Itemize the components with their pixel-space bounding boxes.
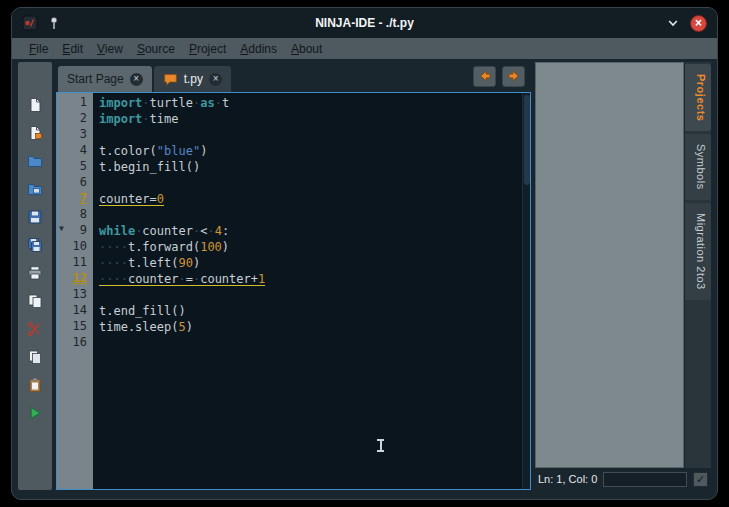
close-tab-icon[interactable]: ×	[209, 73, 222, 86]
tab-start-page[interactable]: Start Page×	[58, 66, 152, 92]
code-line[interactable]	[99, 175, 522, 191]
code-line[interactable]	[99, 127, 522, 143]
line-number[interactable]: 6	[57, 175, 93, 191]
line-number[interactable]: 16	[57, 335, 93, 351]
code-line[interactable]: ····counter·=·counter+1	[99, 271, 522, 287]
app-window: NINJA-IDE - ./t.py × FileEditViewSourceP…	[11, 7, 718, 500]
code-line[interactable]: counter=0	[99, 191, 522, 207]
paste-icon	[27, 377, 43, 393]
run-project-button[interactable]	[23, 402, 47, 424]
pin-icon[interactable]	[46, 15, 62, 31]
line-number[interactable]: 7	[57, 191, 93, 207]
menu-view[interactable]: View	[90, 40, 130, 58]
statusbar: Ln: 1, Col: 0 ✓	[535, 468, 711, 490]
menu-about[interactable]: About	[284, 40, 329, 58]
tab-nav	[473, 66, 529, 87]
message-icon	[163, 72, 178, 87]
menu-edit[interactable]: Edit	[55, 40, 90, 58]
goto-line-input[interactable]	[603, 472, 687, 487]
right-column: ProjectsSymbolsMigration 2to3 Ln: 1, Col…	[535, 62, 711, 490]
fold-arrow-icon[interactable]: ▼	[59, 224, 64, 233]
code-line[interactable]: import·turtle·as·t	[99, 95, 522, 111]
code-line[interactable]: t.begin_fill()	[99, 159, 522, 175]
copy-button[interactable]	[23, 346, 47, 368]
side-tab-projects[interactable]: Projects	[685, 64, 711, 131]
tab-label: t.py	[184, 72, 203, 86]
save-project-button[interactable]	[23, 234, 47, 256]
paste-button[interactable]	[23, 374, 47, 396]
line-number[interactable]: ▼9	[57, 223, 93, 239]
panel-toggle-checkbox[interactable]: ✓	[693, 472, 708, 487]
tab-bar: Start Page×t.py×	[56, 62, 531, 92]
code-line[interactable]	[99, 207, 522, 223]
titlebar[interactable]: NINJA-IDE - ./t.py ×	[12, 8, 717, 38]
line-number[interactable]: 4	[57, 143, 93, 159]
code-editor[interactable]: 12345678▼910111213141516 import·turtle·a…	[56, 92, 531, 490]
tab-list: Start Page×t.py×	[58, 66, 233, 92]
code-line[interactable]: while·counter·<·4:	[99, 223, 522, 239]
save-project-icon	[27, 237, 43, 253]
line-number[interactable]: 12	[57, 271, 93, 287]
menu-source[interactable]: Source	[130, 40, 182, 58]
cut-icon	[27, 321, 43, 337]
copy-icon	[27, 349, 43, 365]
code-area[interactable]: import·turtle·as·timport·timet.color("bl…	[93, 93, 522, 489]
line-number[interactable]: 2	[57, 111, 93, 127]
menu-project[interactable]: Project	[182, 40, 233, 58]
save-file-icon	[27, 209, 43, 225]
scrollbar-thumb[interactable]	[524, 95, 530, 185]
navigate-forward-button[interactable]	[502, 66, 525, 87]
code-line[interactable]: t.end_fill()	[99, 303, 522, 319]
code-line[interactable]: import·time	[99, 111, 522, 127]
line-number[interactable]: 3	[57, 127, 93, 143]
side-tab-migration-2to3[interactable]: Migration 2to3	[685, 203, 711, 300]
side-tab-strip: ProjectsSymbolsMigration 2to3	[685, 62, 711, 468]
open-file-icon	[27, 153, 43, 169]
line-number[interactable]: 13	[57, 287, 93, 303]
new-file-icon	[27, 97, 43, 113]
menu-file[interactable]: File	[22, 40, 55, 58]
side-tab-symbols[interactable]: Symbols	[685, 134, 711, 200]
menubar: FileEditViewSourceProjectAddinsAbout	[12, 38, 717, 59]
code-line[interactable]: ····t.forward(100)	[99, 239, 522, 255]
menu-addins[interactable]: Addins	[233, 40, 284, 58]
line-number[interactable]: 5	[57, 159, 93, 175]
window-body: Start Page×t.py× 12345678▼91011121314151…	[12, 59, 717, 499]
chevron-down-icon	[665, 15, 681, 31]
line-number[interactable]: 11	[57, 255, 93, 271]
mouse-text-cursor	[377, 439, 384, 452]
close-button[interactable]: ×	[690, 15, 707, 32]
print-file-button[interactable]	[23, 262, 47, 284]
open-project-button[interactable]	[23, 178, 47, 200]
new-file-button[interactable]	[23, 94, 47, 116]
open-project-icon	[27, 181, 43, 197]
cut-button[interactable]	[23, 318, 47, 340]
editor-scrollbar[interactable]	[522, 93, 530, 489]
code-line[interactable]	[99, 287, 522, 303]
navigate-back-button[interactable]	[473, 66, 496, 87]
line-number[interactable]: 1	[57, 95, 93, 111]
code-line[interactable]	[99, 335, 522, 351]
projects-panel[interactable]	[535, 62, 684, 468]
save-file-button[interactable]	[23, 206, 47, 228]
check-icon: ✓	[696, 474, 705, 485]
app-icon	[22, 15, 38, 31]
tab-t.py[interactable]: t.py×	[154, 66, 231, 92]
forward-arrow-icon	[506, 68, 522, 84]
new-project-icon	[27, 125, 43, 141]
line-number[interactable]: 14	[57, 303, 93, 319]
line-number[interactable]: 10	[57, 239, 93, 255]
toolbar	[18, 62, 52, 490]
line-number[interactable]: 15	[57, 319, 93, 335]
code-line[interactable]: t.color("blue")	[99, 143, 522, 159]
line-number[interactable]: 8	[57, 207, 93, 223]
open-file-button[interactable]	[23, 150, 47, 172]
code-line[interactable]: time.sleep(5)	[99, 319, 522, 335]
code-line[interactable]: ····t.left(90)	[99, 255, 522, 271]
print-file-icon	[27, 265, 43, 281]
copy-document-button[interactable]	[23, 290, 47, 312]
close-icon: ×	[695, 16, 702, 30]
close-tab-icon[interactable]: ×	[130, 73, 143, 86]
shade-button[interactable]	[665, 15, 681, 31]
new-project-button[interactable]	[23, 122, 47, 144]
